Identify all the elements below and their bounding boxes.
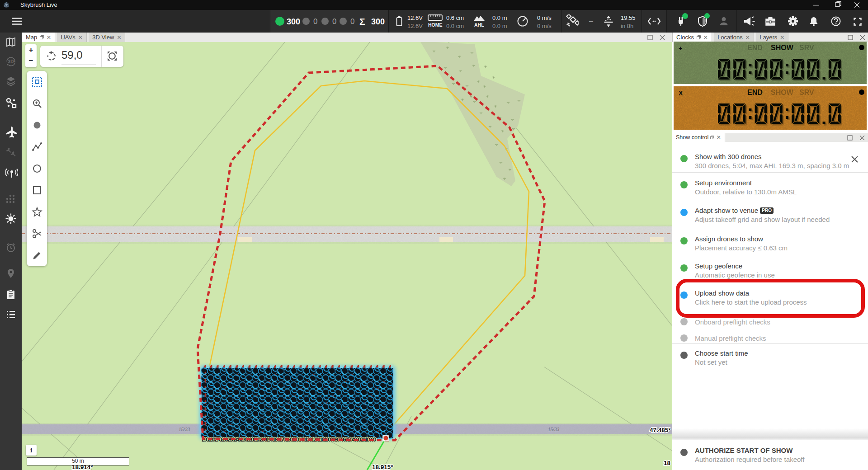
svg-text:3D: 3D [8,59,14,64]
svg-text:47.485°: 47.485° [650,427,671,433]
svg-text:18.915°: 18.915° [372,464,393,470]
svg-text:15/33: 15/33 [179,427,190,432]
svg-text:15/33: 15/33 [548,427,559,432]
svg-text:18: 18 [664,460,671,466]
